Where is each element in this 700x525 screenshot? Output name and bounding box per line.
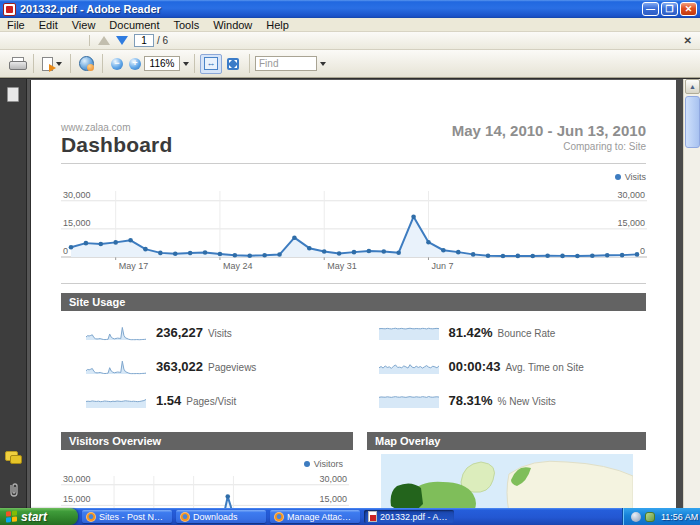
main-toolbar: − + 116% ↔	[0, 50, 700, 78]
window-title: 201332.pdf - Adobe Reader	[20, 3, 640, 15]
print-button[interactable]	[6, 55, 28, 72]
navigation-pane	[0, 79, 27, 525]
visitors-overview-header: Visitors Overview	[61, 432, 353, 450]
close-button[interactable]: ✕	[680, 2, 697, 16]
pageviews-sparkline	[85, 358, 147, 375]
document-area: www.zalaa.com Dashboard May 14, 2010 - J…	[0, 78, 700, 525]
report-header: www.zalaa.com Dashboard May 14, 2010 - J…	[61, 122, 646, 157]
page-shadow	[676, 79, 683, 525]
menu-edit[interactable]: Edit	[32, 19, 65, 31]
firefox-icon	[86, 512, 96, 522]
menu-document[interactable]: Document	[102, 19, 166, 31]
legend-dot-icon	[615, 174, 621, 180]
svg-text:30,000: 30,000	[63, 474, 91, 484]
menu-window[interactable]: Window	[206, 19, 259, 31]
zoom-in-icon: +	[129, 58, 141, 70]
fullscreen-button[interactable]	[222, 54, 244, 74]
comments-panel-icon[interactable]	[5, 451, 20, 463]
scroll-up-icon[interactable]: ▲	[685, 79, 700, 94]
svg-text:30,000: 30,000	[617, 190, 645, 200]
fullscreen-icon	[226, 57, 240, 71]
firefox-icon	[180, 512, 190, 522]
fit-width-button[interactable]: ↔	[200, 54, 222, 74]
attachments-paperclip-icon[interactable]	[7, 481, 20, 498]
page-navigation-toolbar: / 6 ✕	[0, 32, 700, 50]
taskbar-task-pdf[interactable]: 201332.pdf - Adobe ...	[364, 510, 454, 523]
title-bar: 201332.pdf - Adobe Reader — ❐ ✕	[0, 0, 700, 18]
fit-width-icon: ↔	[204, 57, 218, 70]
menu-tools[interactable]: Tools	[167, 19, 207, 31]
pages-per-visit-sparkline	[85, 392, 147, 409]
collaborate-button[interactable]	[76, 54, 97, 73]
tray-security-icon[interactable]	[645, 512, 655, 522]
globe-icon	[79, 56, 94, 71]
pdf-icon	[368, 511, 377, 522]
site-usage-metrics: 236,227 Visits 81.42% Bounce Rate 363,02…	[61, 315, 646, 417]
metric-new-visits: 78.31% % New Visits	[354, 383, 647, 417]
taskbar: start Sites - Post New Thre... Downloads…	[0, 508, 700, 525]
site-usage-header: Site Usage	[61, 293, 646, 311]
legend-dot-icon	[304, 461, 310, 467]
visits-sparkline	[85, 324, 147, 341]
zoom-dropdown-icon[interactable]	[183, 62, 189, 66]
svg-text:0: 0	[640, 246, 645, 256]
metric-avg-time: 00:00:43 Avg. Time on Site	[354, 349, 647, 383]
vertical-scrollbar[interactable]: ▲	[683, 79, 700, 525]
clock: 11:56 AM	[661, 512, 698, 522]
svg-text:15,000: 15,000	[63, 218, 91, 228]
visitors-legend: Visitors	[61, 458, 353, 470]
world-map	[381, 454, 633, 512]
metric-visits: 236,227 Visits	[61, 315, 354, 349]
minimize-button[interactable]: —	[642, 2, 659, 16]
svg-text:30,000: 30,000	[319, 474, 347, 484]
pages-panel-icon[interactable]	[7, 87, 19, 102]
taskbar-task-downloads[interactable]: Downloads	[176, 510, 266, 523]
svg-text:15,000: 15,000	[319, 494, 347, 504]
share-document-icon	[42, 57, 53, 71]
system-tray: 11:56 AM	[622, 508, 700, 525]
toolbar-close-icon[interactable]: ✕	[684, 35, 692, 46]
map-overlay-header: Map Overlay	[367, 432, 646, 450]
chevron-down-icon	[56, 62, 62, 66]
menu-view[interactable]: View	[65, 19, 103, 31]
svg-text:30,000: 30,000	[63, 190, 91, 200]
firefox-icon	[274, 512, 284, 522]
zoom-out-button[interactable]: −	[108, 56, 126, 72]
zoom-level-input[interactable]: 116%	[144, 56, 180, 71]
metric-pageviews: 363,022 Pageviews	[61, 349, 354, 383]
menu-file[interactable]: File	[0, 19, 32, 31]
menu-help[interactable]: Help	[259, 19, 296, 31]
taskbar-task-attachments[interactable]: Manage Attachments...	[270, 510, 360, 523]
visits-over-time-chart: May 17May 24May 31Jun 70015,00015,00030,…	[61, 183, 647, 275]
metric-pages-per-visit: 1.54 Pages/Visit	[61, 383, 354, 417]
next-page-button[interactable]	[113, 34, 131, 47]
previous-page-button[interactable]	[95, 34, 113, 47]
svg-text:May 17: May 17	[119, 261, 149, 271]
svg-text:15,000: 15,000	[617, 218, 645, 228]
visits-legend: Visits	[61, 171, 646, 183]
bounce-rate-sparkline	[378, 324, 440, 341]
find-dropdown-icon[interactable]	[320, 62, 326, 66]
find-input[interactable]	[255, 56, 317, 71]
zoom-out-icon: −	[111, 58, 123, 70]
zoom-in-button[interactable]: +	[126, 56, 144, 72]
new-visits-sparkline	[378, 392, 440, 409]
avg-time-sparkline	[378, 358, 440, 375]
taskbar-task-sites[interactable]: Sites - Post New Thre...	[82, 510, 172, 523]
start-button[interactable]: start	[0, 508, 78, 525]
page-total-label: / 6	[157, 35, 168, 46]
email-share-button[interactable]	[39, 55, 65, 73]
pdf-page: www.zalaa.com Dashboard May 14, 2010 - J…	[30, 80, 676, 525]
svg-text:0: 0	[63, 246, 68, 256]
svg-text:15,000: 15,000	[63, 494, 91, 504]
date-range: May 14, 2010 - Jun 13, 2010	[452, 122, 646, 139]
header-divider	[61, 163, 646, 164]
scrollbar-thumb[interactable]	[685, 96, 700, 148]
svg-text:May 31: May 31	[327, 261, 357, 271]
restore-button[interactable]: ❐	[661, 2, 678, 16]
page-number-input[interactable]	[134, 34, 154, 47]
svg-text:May 24: May 24	[223, 261, 253, 271]
printer-icon	[9, 57, 25, 70]
tray-status-icon[interactable]	[631, 512, 641, 522]
svg-text:Jun 7: Jun 7	[431, 261, 453, 271]
